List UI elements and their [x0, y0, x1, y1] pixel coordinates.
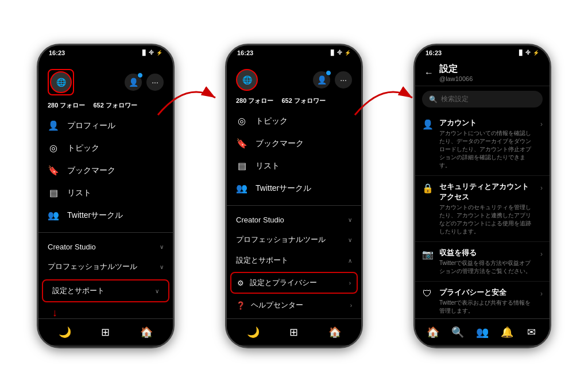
circle-icon: 👥 [48, 210, 59, 221]
search-placeholder: 検索設定 [441, 94, 469, 104]
drawer-header-right-2: 👤 ··· [313, 71, 352, 89]
home-icon-3[interactable]: 🏠 [423, 322, 443, 343]
privacy-title: プライバシーと安全 [439, 287, 533, 298]
drawer-menu-1: 👤 プロフィール ◎ トピック 🔖 ブックマーク ▤ リスト [38, 114, 173, 226]
status-icons-3: ▊ 令 ⚡ [519, 49, 539, 56]
list-icon-2: ▤ [236, 160, 247, 171]
account-title: アカウント [439, 118, 533, 128]
menu-item-bookmarks[interactable]: 🔖 ブックマーク [38, 159, 173, 182]
chevron-security: › [540, 184, 543, 192]
security-icon: 🔒 [422, 183, 432, 194]
search-icon-3[interactable]: 🔍 [447, 322, 468, 343]
search-bar[interactable]: 🔍 検索設定 [422, 91, 543, 107]
avatar-2[interactable]: 🌐 [236, 69, 258, 91]
time-2: 16:23 [237, 49, 253, 56]
monetize-icon: 📷 [422, 249, 432, 260]
bottom-nav-1: 🌙 ⊞ 🏠 [38, 318, 173, 345]
status-bar-3: 16:23 ▊ 令 ⚡ [415, 45, 550, 59]
phone-3: 16:23 ▊ 令 ⚡ ← 設定 @law10066 🔍 [413, 44, 551, 348]
drawer-2: 🌐 👤 ··· 280 フォロー [227, 59, 361, 345]
menu-item-lists[interactable]: ▤ リスト [38, 182, 173, 204]
avatar-1[interactable]: 🌐 [50, 71, 72, 93]
chevron-creator: ∨ [160, 244, 164, 250]
phone3-content: ← 設定 @law10066 🔍 検索設定 👤 [415, 59, 550, 345]
status-icons-1: ▊ 令 ⚡ [142, 49, 163, 56]
chevron-privacy: › [540, 290, 543, 298]
badge-1 [137, 72, 143, 78]
avatar-highlight-box: 🌐 [48, 69, 74, 95]
notifications-icon-2[interactable]: 🏠 [324, 322, 345, 343]
settings-account[interactable]: 👤 アカウント アカウントについての情報を確認したり、データのアーカイブをダウン… [415, 112, 550, 176]
bell-icon-3[interactable]: 🔔 [497, 322, 517, 343]
settings-page: ← 設定 @law10066 🔍 検索設定 👤 [415, 59, 550, 345]
explore-icon-2[interactable]: ⊞ [284, 322, 304, 343]
menu-sections-2: Creator Studio ∨ プロフェッショナルツール ∨ 設定とサポート … [227, 205, 361, 336]
main-container: 16:23 ▊ 令 ⚡ 🌐 👤 [0, 0, 588, 392]
privacy-icon: 🛡 [422, 289, 432, 299]
creator-studio-item[interactable]: Creator Studio ∨ [38, 237, 173, 256]
bookmark-icon: 🔖 [48, 165, 59, 176]
badge-2 [326, 70, 331, 76]
menu-item-circle-2[interactable]: 👥 Twitterサークル [227, 177, 361, 199]
chevron-pro: ∨ [160, 264, 164, 270]
phone2-content: 🌐 👤 ··· 280 フォロー [227, 59, 361, 345]
settings-list: 👤 アカウント アカウントについての情報を確認したり、データのアーカイブをダウン… [415, 112, 550, 345]
topics-icon: ◎ [48, 143, 59, 153]
settings-privacy-item[interactable]: ⚙ 設定とプライバシー › [231, 273, 357, 293]
account-text: アカウント アカウントについての情報を確認したり、データのアーカイブをダウンロー… [439, 118, 533, 170]
settings-monetize[interactable]: 📷 収益を得る Twitterで収益を得る方法や収益オプションの管理方法をご覧く… [415, 242, 550, 282]
settings-support-item-2[interactable]: 設定とサポート ∧ [227, 250, 361, 271]
bottom-nav-3: 🏠 🔍 👥 🔔 ✉ [415, 318, 550, 345]
people-icon-3[interactable]: 👥 [472, 322, 493, 343]
monetize-text: 収益を得る Twitterで収益を得る方法や収益オプションの管理方法をご覧くださ… [439, 248, 533, 275]
notifications-icon-1[interactable]: 🏠 [136, 322, 157, 343]
home-icon-2[interactable]: 🌙 [243, 322, 264, 343]
menu-item-circle[interactable]: 👥 Twitterサークル [38, 204, 173, 226]
explore-icon-1[interactable]: ⊞ [95, 322, 116, 343]
status-icons-2: ▊ 令 ⚡ [331, 49, 351, 56]
settings-support-item[interactable]: 設定とサポート ∨ [43, 280, 168, 301]
help-icon: ❓ [236, 301, 245, 310]
search-icon: 🔍 [429, 95, 438, 103]
menu-item-bookmarks-2[interactable]: 🔖 ブックマーク [227, 132, 361, 155]
chevron-settings: ∨ [155, 288, 159, 294]
security-desc: アカウントのセキュリティを管理したり、アカウントと連携したアプリなどのアカウント… [439, 203, 533, 236]
bottom-nav-2: 🌙 ⊞ 🏠 [227, 318, 361, 345]
back-arrow-icon[interactable]: ← [424, 68, 434, 78]
menu-item-topics-2[interactable]: ◎ トピック [227, 110, 361, 132]
creator-studio-item-2[interactable]: Creator Studio ∨ [227, 210, 361, 229]
time-1: 16:23 [49, 49, 65, 56]
time-3: 16:23 [425, 49, 442, 56]
security-text: セキュリティとアカウントアクセス アカウントのセキュリティを管理したり、アカウン… [439, 182, 533, 236]
chevron-settings-privacy: › [349, 280, 351, 286]
monetize-title: 収益を得る [439, 248, 533, 258]
settings-icon: ⚙ [237, 279, 244, 287]
chevron-help: › [350, 302, 352, 309]
security-title: セキュリティとアカウントアクセス [439, 182, 533, 202]
settings-security[interactable]: 🔒 セキュリティとアカウントアクセス アカウントのセキュリティを管理したり、アカ… [415, 176, 550, 242]
phone-2: 16:23 ▊ 令 ⚡ 🌐 👤 [225, 44, 363, 348]
help-center-item[interactable]: ❓ ヘルプセンター › [227, 295, 361, 316]
mail-icon-3[interactable]: ✉ [521, 322, 542, 343]
status-bar-2: 16:23 ▊ 令 ⚡ [227, 45, 361, 59]
account-icon: 👤 [422, 119, 432, 130]
chevron-pro-2: ∨ [348, 237, 352, 243]
notification-btn-2[interactable]: 👤 [313, 71, 330, 89]
pro-tools-item[interactable]: プロフェッショナルツール ∨ [38, 256, 173, 277]
settings-header: ← 設定 @law10066 [415, 59, 550, 86]
settings-privacy[interactable]: 🛡 プライバシーと安全 Twitterで表示および共有する情報を管理します。 › [415, 282, 550, 321]
bookmark-icon-2: 🔖 [236, 138, 247, 149]
account-desc: アカウントについての情報を確認したり、データのアーカイブをダウンロードしたり、ア… [439, 129, 533, 170]
home-icon-1[interactable]: 🌙 [55, 322, 75, 343]
menu-item-lists-2[interactable]: ▤ リスト [227, 155, 361, 177]
chevron-settings-2: ∧ [348, 258, 352, 264]
notification-btn-1[interactable]: 👤 [125, 74, 142, 91]
chevron-creator-2: ∨ [348, 217, 352, 223]
monetize-desc: Twitterで収益を得る方法や収益オプションの管理方法をご覧ください。 [439, 259, 533, 275]
profile-icon: 👤 [48, 120, 59, 131]
menu-item-topics[interactable]: ◎ トピック [38, 137, 173, 159]
chevron-account: › [540, 120, 543, 128]
pro-tools-item-2[interactable]: プロフェッショナルツール ∨ [227, 229, 361, 250]
menu-sections-1: Creator Studio ∨ プロフェッショナルツール ∨ 設定とサポート … [38, 232, 173, 302]
drawer-header-2: 🌐 👤 ··· [227, 64, 361, 94]
